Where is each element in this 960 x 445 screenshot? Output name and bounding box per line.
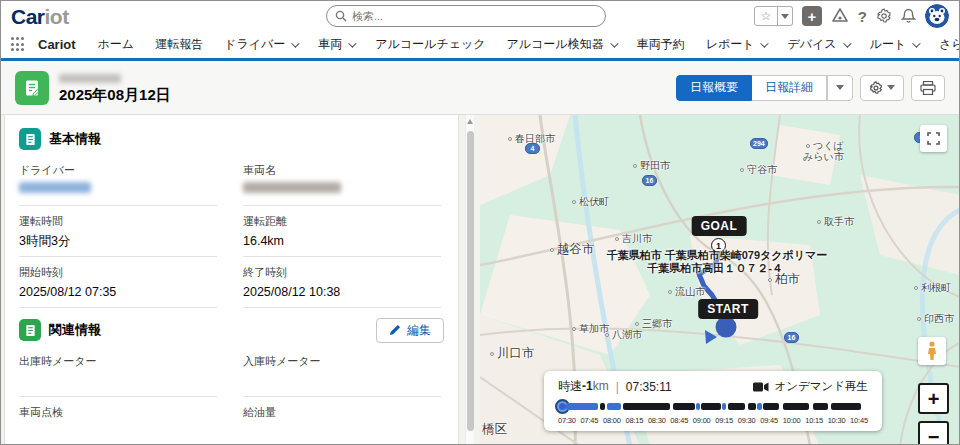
nav-tab[interactable]: 車両 (318, 36, 354, 53)
chevron-down-icon (291, 39, 299, 47)
fullscreen-icon (927, 132, 940, 145)
nav-tab-label: アルコール検知器 (507, 36, 604, 53)
nav-tab[interactable]: さらに表示 (939, 36, 960, 53)
speed-readout: 時速-1km (558, 378, 609, 395)
global-search[interactable] (326, 5, 606, 27)
map-fullscreen-button[interactable] (920, 125, 947, 152)
nav-tab[interactable]: ドライバー (224, 36, 297, 53)
nav-tab[interactable]: ルート (870, 36, 919, 53)
nav-tab[interactable]: アルコール検知器 (507, 36, 616, 53)
edit-button-label: 編集 (407, 322, 431, 339)
map-place-dot (572, 327, 576, 331)
timeline-segment[interactable] (748, 403, 756, 410)
map-city-name: 川口市 (497, 345, 535, 362)
field-value[interactable] (19, 182, 217, 198)
print-button[interactable] (911, 75, 945, 101)
nav-tab[interactable]: デバイス (787, 36, 848, 53)
timeline-segment[interactable] (673, 403, 694, 410)
setup-gear-icon[interactable] (876, 8, 892, 24)
notifications-bell-icon[interactable] (901, 8, 916, 24)
map-place-dot (633, 164, 637, 168)
timeline-segment[interactable] (566, 403, 598, 410)
timeline-segment[interactable] (783, 403, 810, 410)
timeline-segment[interactable] (763, 403, 779, 410)
route-shield: 4 (525, 143, 540, 154)
scrollbar-up-arrow[interactable] (467, 119, 473, 124)
map-city-name: 越谷市 (557, 241, 595, 258)
timeline-segment[interactable] (757, 403, 762, 410)
tick-label: 07:30 (558, 416, 576, 425)
help-icon[interactable]: ? (858, 8, 867, 25)
guidance-center-icon[interactable] (831, 8, 849, 24)
map-city-label: 野田市 (633, 159, 670, 173)
favorites-dropdown[interactable] (778, 6, 793, 26)
video-camera-icon (753, 382, 769, 392)
nav-tab[interactable]: レポート (706, 36, 767, 53)
record-entity-label-redacted (59, 74, 121, 83)
field-value (19, 424, 217, 440)
nav-tab[interactable]: ホーム (98, 36, 135, 53)
timeline-segment[interactable] (696, 403, 701, 410)
search-input[interactable] (352, 10, 597, 22)
record-header: 2025年08月12日 日報概要 日報詳細 (1, 61, 959, 115)
timeline-segment[interactable] (701, 403, 720, 410)
nav-tab-label: ドライバー (224, 36, 285, 53)
related-info-title: 関連情報 (49, 321, 101, 339)
pencil-icon (389, 324, 401, 336)
panel-scrollbar[interactable] (465, 115, 474, 445)
map-place-dot (740, 168, 744, 172)
timeline-segment[interactable] (722, 403, 726, 410)
nav-tab[interactable]: 運転報告 (155, 36, 203, 53)
report-actions-dropdown[interactable] (827, 75, 853, 101)
nav-tab[interactable]: 車両予約 (637, 36, 685, 53)
map-city-label: 草加市 (572, 322, 609, 336)
tick-label: 07:45 (580, 416, 598, 425)
field-label: 終了時刻 (243, 265, 441, 280)
cariot-logo: Cariot (11, 6, 69, 27)
timeline-segment[interactable] (623, 403, 670, 410)
timeline-segment[interactable] (728, 403, 745, 410)
map-place-dot (615, 237, 619, 241)
map[interactable]: 春日部市野田市松伏町守谷市つくばみらい市取手市越谷市吉川市流山市柏市草加市八潮市… (480, 115, 959, 445)
field-value (243, 424, 441, 440)
tick-label: 09:30 (738, 416, 756, 425)
street-view-pegman-button[interactable] (918, 337, 946, 365)
map-place-dot (768, 278, 772, 282)
nav-tab[interactable]: アルコールチェック (375, 36, 485, 53)
user-avatar[interactable] (925, 4, 949, 28)
basic-info-title: 基本情報 (49, 130, 101, 148)
tick-label: 10:45 (850, 416, 868, 425)
timeline-track[interactable] (560, 403, 866, 410)
field-value (19, 373, 217, 389)
report-overview-button[interactable]: 日報概要 (676, 75, 752, 101)
timeline-segment[interactable] (831, 403, 861, 410)
timeline-segment[interactable] (600, 403, 606, 410)
field-cell: 開始時刻2025/08/12 07:35 (19, 259, 217, 308)
timeline-segment[interactable] (607, 403, 621, 410)
printer-icon (920, 81, 936, 95)
app-launcher-icon[interactable] (11, 37, 24, 52)
timeline-tick-labels: 07:3007:4508:0008:1508:3008:4509:0009:15… (558, 416, 868, 425)
ondemand-play-button[interactable]: オンデマンド再生 (753, 379, 868, 394)
edit-button[interactable]: 編集 (376, 318, 444, 343)
daily-report-icon (15, 71, 49, 105)
global-header: Cariot ☆ + ? (1, 1, 959, 31)
app-name[interactable]: Cariot (38, 37, 76, 52)
map-city-name: 守谷市 (747, 163, 777, 177)
tick-label: 10:30 (828, 416, 846, 425)
map-place-dot (917, 317, 921, 321)
map-city-label: 三郷市 (635, 317, 672, 331)
settings-gear-button[interactable] (860, 75, 904, 101)
favorites-star-icon[interactable]: ☆ (754, 6, 778, 26)
map-zoom-out-button[interactable]: − (918, 421, 949, 445)
app-window: Cariot ☆ + ? (0, 0, 960, 445)
chevron-down-icon (610, 39, 618, 47)
scrollbar-thumb[interactable] (467, 131, 474, 431)
timeline-segment[interactable] (813, 403, 828, 410)
field-label: 運転距離 (243, 214, 441, 229)
global-actions-button[interactable]: + (802, 6, 822, 26)
timeline-slider[interactable] (558, 402, 868, 411)
map-zoom-in-button[interactable]: + (918, 383, 949, 414)
report-detail-button[interactable]: 日報詳細 (752, 75, 827, 101)
field-cell: 終了時刻2025/08/12 10:38 (243, 259, 441, 308)
